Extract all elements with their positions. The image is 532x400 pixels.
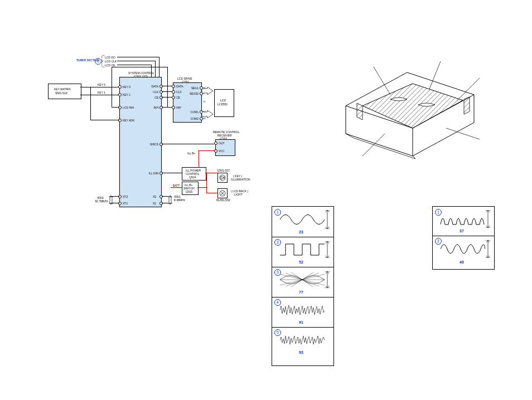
pin-xt1-label: XT1 <box>123 202 128 205</box>
pinnum-c: 71 <box>203 100 205 103</box>
ill-switch-block: ILL B+ SWITCH Q915 <box>182 182 199 195</box>
wave-l5-val: 93 <box>299 350 303 354</box>
pin-data <box>159 85 163 88</box>
pin-xt2-label: XT2 <box>123 195 128 198</box>
pin-x1 <box>159 202 163 205</box>
amp-marker-icon <box>325 271 330 288</box>
pin-inh-r <box>159 106 163 109</box>
pin-data-label: DATA <box>149 85 158 88</box>
wave-r1-val: 37 <box>460 229 464 233</box>
sine-wave-icon <box>441 240 485 258</box>
lcd-bus-arrow2 <box>202 110 213 118</box>
key-illum-box <box>217 173 228 183</box>
key-matrix-sub: S501-519 <box>55 91 67 95</box>
lcd-drive-clk-label: CLK <box>176 90 182 94</box>
sine-wave-icon <box>280 210 325 229</box>
lcd-drive-pin-data <box>172 85 175 88</box>
backlight-rl: RL551,552 <box>216 198 230 202</box>
bus-brace-icon <box>101 55 105 67</box>
led-icon <box>219 174 226 182</box>
key1-bus-label: KEY 1 <box>98 91 105 94</box>
pin-key0 <box>118 85 122 89</box>
amp-marker-icon <box>325 210 330 229</box>
remote-vcc-label: VCC <box>219 149 225 153</box>
pin-key1-label: KEY 1 <box>123 93 130 96</box>
square-wave-icon <box>280 241 325 258</box>
pin-keyadk <box>118 119 122 122</box>
pin-ce <box>159 96 163 99</box>
noise-wave-icon <box>280 333 325 348</box>
noise-wave-icon <box>280 303 325 318</box>
remote-title3: IC552 <box>220 137 227 140</box>
pin-clk-label: CLK <box>149 90 158 94</box>
lcd-drive-inh-label: INH <box>176 106 181 109</box>
lcd-drive-ce-label: CE <box>176 96 180 99</box>
wave-l1-val: 23 <box>299 230 303 234</box>
bus-lcd-do: LCD DO <box>105 56 115 59</box>
pulse-wave-icon <box>441 210 485 228</box>
backlight-l3: LIGHT <box>234 193 243 196</box>
pin-illdim <box>159 172 163 175</box>
wave-l2-val: 52 <box>299 260 303 264</box>
pin-clk <box>159 90 163 94</box>
key-matrix-title: KEY MATRIX <box>54 87 71 91</box>
device-isometric-icon <box>323 45 491 162</box>
wave-l3-val: 77 <box>299 290 303 294</box>
lcd-drive-pin-ce <box>172 96 175 99</box>
remote-out-label: OUT <box>219 142 225 145</box>
pin-x2 <box>159 195 163 198</box>
tuner-section-label: TUNER SECTION <box>76 58 93 62</box>
system-control-sub: IC601 (3/3) <box>134 75 148 78</box>
lcd-drive-pin-inh <box>172 106 175 109</box>
key-illum-l3: ILLUMINATION <box>231 178 250 181</box>
wave-r2-val: 40 <box>460 260 464 264</box>
amp-marker-icon <box>485 210 491 228</box>
pin-lcdinh-l <box>118 106 122 109</box>
key-illum-diodes: D501-507 <box>217 169 230 172</box>
ill-power-t3: Q914 <box>189 175 196 179</box>
pin-ce-label: CE <box>149 96 158 99</box>
pin-xt1 <box>118 202 122 205</box>
pin-illdim-label: ILL DIM <box>146 172 158 175</box>
pin-lcdinh-label: LCD INH <box>123 106 134 109</box>
pin-key0-label: KEY 0 <box>123 85 130 89</box>
pin-x1-label: X1 <box>153 202 156 205</box>
x002-val: 32.768kHz <box>95 199 108 203</box>
pin-x2-label: X2 <box>153 195 156 198</box>
amp-marker-icon <box>485 240 491 258</box>
am-wave-icon <box>280 271 325 288</box>
seg1-label: SEG1 <box>188 86 199 90</box>
waveform-left-group: 1 23 2 52 3 77 4 91 5 93 <box>272 206 334 366</box>
lcd-block: LCD LCD551 <box>214 89 234 117</box>
bus-lcd-clk: LCD CLK <box>105 60 117 63</box>
backlight-box <box>217 188 228 198</box>
x001-val: 8.38MHz <box>174 198 185 202</box>
pin-keyadk-label: KEY ADK <box>123 119 134 122</box>
key-matrix-block: KEY MATRIX S501-519 <box>48 84 81 99</box>
lcd-drive-data-label: DATA <box>176 85 183 88</box>
lcd-bus-arrow1 <box>202 87 213 95</box>
lcd-drive-pin-clk <box>172 90 175 94</box>
amp-marker-icon <box>325 241 330 258</box>
com1-label: COM1 <box>188 110 199 114</box>
seg52-label: SEG52 <box>188 92 199 95</box>
wave-l4-val: 91 <box>299 320 303 324</box>
remote-pin-vcc <box>214 149 217 153</box>
pin-key1 <box>118 93 122 96</box>
lcd-drive-sub: IC551 <box>182 80 189 84</box>
remote-pin-out <box>214 142 217 145</box>
pin-sircs <box>159 143 163 146</box>
lamp-icon <box>219 189 226 197</box>
pin-inh-label: INH <box>149 106 158 109</box>
ill-switch-t3: Q915 <box>186 190 192 193</box>
waveform-right-group: 1 37 2 40 <box>432 206 495 270</box>
com2-label: COM2 <box>188 117 199 120</box>
key0-bus-label: KEY 0 <box>98 83 105 86</box>
svg-rect-7 <box>169 197 171 203</box>
pin-xt2 <box>118 195 122 198</box>
ill-power-block: ILL POWER CONTROL Q914 <box>182 167 206 181</box>
pin-sircs-label: SIRCS <box>146 143 158 146</box>
ill-bplus-label: ILL B+ <box>187 152 195 155</box>
tuner-c-badge: C <box>95 58 101 65</box>
lcd-title: LCD <box>220 99 226 102</box>
